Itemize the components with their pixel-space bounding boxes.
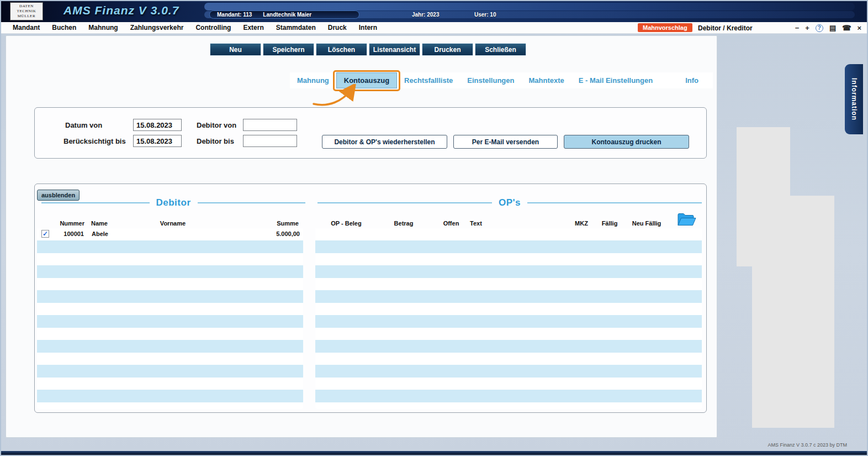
- menu-controlling[interactable]: Controlling: [195, 24, 231, 32]
- menu-extern[interactable]: Extern: [243, 24, 263, 32]
- debitor-section-header: Debitor: [41, 197, 305, 208]
- tab-mahnung[interactable]: Mahnung: [290, 72, 336, 88]
- toolbar: Neu Speichern Löschen Listenansicht Druc…: [210, 43, 526, 56]
- app-title: AMS Finanz V 3.0.7: [63, 4, 179, 17]
- ops-title: OP's: [499, 197, 521, 208]
- menu-druck[interactable]: Druck: [328, 24, 347, 32]
- datum-von-label: Datum von: [65, 121, 102, 129]
- wiederherstellen-button[interactable]: Debitor & OP's wiederherstellen: [322, 135, 447, 149]
- window-bottom-edge: [1, 451, 867, 455]
- user-label: User: 10: [474, 12, 496, 18]
- app-window: DATEN TECHNIK MÜLLER AMS Finanz V 3.0.7 …: [0, 0, 868, 456]
- col-header-name: Name: [91, 220, 108, 227]
- col-header-nummer: Nummer: [55, 220, 84, 227]
- listenansicht-button[interactable]: Listenansicht: [369, 43, 420, 56]
- background-artifact: [737, 196, 834, 266]
- tab-bar: Mahnung Kontoauszug Rechtsfallliste Eins…: [290, 72, 713, 88]
- filter-panel: Datum von Debitor von Berücksichtigt bis…: [34, 107, 707, 159]
- titlebar-highlight: [204, 3, 855, 11]
- debitor-von-input[interactable]: [243, 119, 297, 131]
- tab-einstellungen[interactable]: Einstellungen: [460, 72, 521, 88]
- logo-line: DATEN: [19, 4, 34, 9]
- speichern-button[interactable]: Speichern: [263, 43, 314, 56]
- menu-stammdaten[interactable]: Stammdaten: [276, 24, 316, 32]
- divider-line: [41, 202, 150, 203]
- menu-intern[interactable]: Intern: [359, 24, 377, 32]
- debitor-title: Debitor: [156, 197, 191, 208]
- divider-line: [198, 202, 306, 203]
- kontoauszug-drucken-button[interactable]: Kontoauszug drucken: [564, 135, 689, 149]
- mahnvorschlag-badge[interactable]: Mahnvorschlag: [638, 23, 692, 32]
- menu-buchen[interactable]: Buchen: [52, 24, 76, 32]
- window-controls: − + ? ▤ ☎ ×: [795, 23, 861, 33]
- mandant-name: Landtechnik Maier: [263, 12, 311, 18]
- minus-icon[interactable]: −: [795, 24, 800, 32]
- beruecksichtigt-bis-label: Berücksichtigt bis: [63, 137, 126, 145]
- phone-icon[interactable]: ☎: [842, 24, 851, 32]
- tab-kontoauszug-label: Kontoauszug: [344, 76, 389, 85]
- loeschen-button[interactable]: Löschen: [316, 43, 367, 56]
- debitor-table-body: [37, 228, 303, 409]
- drucken-button[interactable]: Drucken: [422, 43, 473, 56]
- col-header-text: Text: [470, 220, 482, 227]
- list-icon[interactable]: ▤: [829, 24, 836, 32]
- divider-line: [527, 202, 702, 203]
- debitor-row[interactable]: ✓ 100001 Abele 5.000,00: [37, 228, 303, 240]
- ops-table-body: [315, 228, 702, 409]
- mandant-info: Mandant: 113 Landtechnik Maier: [209, 11, 359, 19]
- neu-button[interactable]: Neu: [210, 43, 261, 56]
- tab-mahntexte[interactable]: Mahntexte: [521, 72, 571, 88]
- folder-icon[interactable]: [678, 212, 696, 227]
- email-versenden-button[interactable]: Per E-Mail versenden: [453, 135, 558, 149]
- context-label: Debitor / Kreditor: [698, 24, 753, 32]
- logo-line: MÜLLER: [18, 14, 35, 19]
- beruecksichtigt-bis-input[interactable]: [133, 135, 182, 147]
- table-panel: ausblenden Debitor OP's Nummer Name Vorn…: [34, 184, 707, 413]
- tab-info[interactable]: Info: [678, 72, 713, 88]
- help-icon[interactable]: ?: [816, 24, 823, 32]
- col-header-op-beleg: OP - Beleg: [324, 220, 368, 227]
- col-header-betrag: Betrag: [382, 220, 426, 227]
- datum-von-input[interactable]: [133, 119, 182, 131]
- divider-line: [317, 202, 492, 203]
- row-checkbox[interactable]: ✓: [41, 230, 49, 238]
- col-header-summe: Summe: [264, 220, 299, 227]
- col-header-vorname: Vorname: [151, 220, 195, 227]
- close-icon[interactable]: ×: [857, 24, 861, 32]
- tab-rechtsfallliste[interactable]: Rechtsfallliste: [397, 72, 460, 88]
- tab-email-einstellungen[interactable]: E - Mail Einstellungen: [571, 72, 660, 88]
- ops-section-header: OP's: [317, 197, 702, 208]
- company-logo: DATEN TECHNIK MÜLLER: [10, 2, 43, 20]
- background-artifact: [737, 127, 790, 196]
- logo-line: TECHNIK: [17, 9, 36, 14]
- cell-name: Abele: [92, 230, 108, 237]
- schliessen-button[interactable]: Schließen: [475, 43, 526, 56]
- menu-bar: Mandant Buchen Mahnung Zahlungsverkehr C…: [1, 22, 867, 34]
- background-artifact: [752, 266, 834, 428]
- col-header-neu-faellig: Neu Fällig: [624, 220, 669, 227]
- cell-nummer: 100001: [55, 230, 84, 237]
- menu-mahnung[interactable]: Mahnung: [88, 24, 118, 32]
- menu-mandant[interactable]: Mandant: [13, 24, 40, 32]
- col-header-offen: Offen: [429, 220, 473, 227]
- tab-kontoauszug[interactable]: Kontoauszug: [336, 72, 397, 88]
- information-side-tab[interactable]: Information: [845, 64, 863, 134]
- mandant-number: Mandant: 113: [217, 12, 252, 18]
- menu-zahlungsverkehr[interactable]: Zahlungsverkehr: [130, 24, 184, 32]
- title-bar: DATEN TECHNIK MÜLLER AMS Finanz V 3.0.7 …: [1, 1, 867, 22]
- cell-summe: 5.000,00: [266, 230, 300, 237]
- debitor-von-label: Debitor von: [197, 121, 236, 129]
- footer-version-text: AMS Finanz V 3.0.7 c 2023 by DTM: [708, 442, 847, 448]
- debitor-bis-input[interactable]: [243, 135, 297, 147]
- debitor-bis-label: Debitor bis: [197, 137, 234, 145]
- year-label: Jahr: 2023: [412, 12, 439, 18]
- plus-icon[interactable]: +: [805, 24, 809, 32]
